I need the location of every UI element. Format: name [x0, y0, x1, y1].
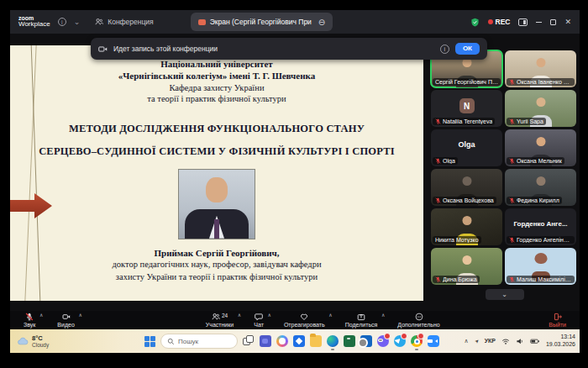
chevron-up-icon[interactable]: ∧	[267, 313, 270, 318]
participant-tile[interactable]: Olga Olga	[431, 129, 502, 166]
task-view-icon[interactable]	[243, 335, 255, 347]
tray-chevron-icon[interactable]: ∧	[465, 339, 469, 344]
more-button[interactable]: Дополнительно	[396, 313, 441, 328]
participant-tile[interactable]: Оксана Войцехова	[431, 169, 502, 206]
photo-tie	[214, 219, 219, 239]
share-screen-icon	[357, 313, 365, 321]
muted-mic-icon	[435, 118, 441, 124]
battery-icon[interactable]	[530, 337, 540, 345]
participant-tile[interactable]: Дина Брюжа	[431, 248, 502, 285]
chevron-down-icon[interactable]: ⌄	[74, 18, 81, 26]
participants-button[interactable]: 24 Участники ∧	[204, 313, 235, 328]
muted-mic-icon	[509, 158, 515, 164]
circle-minus-icon[interactable]: ⊖	[318, 18, 325, 27]
slide-header-line3: Кафедра захисту України	[10, 82, 423, 94]
chevron-up-icon[interactable]: ∧	[39, 313, 43, 318]
more-label: Дополнительно	[397, 322, 439, 328]
volume-icon[interactable]	[516, 337, 524, 345]
edge-icon[interactable]	[327, 335, 339, 347]
slide-author-line3: захисту України та теорії і практик фізи…	[10, 271, 423, 283]
participant-name: Nataliia Terentyeva	[443, 118, 492, 124]
security-shield-icon[interactable]	[470, 18, 480, 27]
info-icon[interactable]: i	[58, 18, 66, 26]
chevron-up-icon[interactable]: ∧	[381, 313, 385, 318]
audio-button[interactable]: Звук ∧	[22, 313, 37, 328]
tab-meeting[interactable]: Конференция	[87, 13, 160, 31]
file-explorer-icon[interactable]	[310, 335, 322, 347]
weather-condition: Cloudy	[32, 342, 49, 348]
participant-tile[interactable]: Оксана Мельник	[505, 129, 576, 166]
react-button[interactable]: Отреагировать ∧	[282, 313, 327, 328]
weather-widget[interactable]: 8°C Cloudy	[17, 334, 49, 349]
zoom-app-icon[interactable]	[428, 335, 439, 347]
gallery-collapse-button[interactable]: ⌄	[486, 289, 524, 300]
wifi-icon[interactable]	[501, 337, 510, 345]
participant-tile[interactable]: Малиш Максиміліан УДУ..	[505, 248, 576, 285]
zoom-window: zoom Workplace i ⌄ Конференция Экран (Се…	[10, 10, 580, 329]
copilot-icon[interactable]	[276, 335, 288, 347]
muted-mic-icon	[25, 313, 34, 321]
screen-share-icon	[198, 19, 206, 25]
minimize-button[interactable]	[536, 22, 542, 23]
muted-mic-icon	[435, 158, 441, 164]
recording-indicator: REC	[488, 18, 511, 26]
participant-tile[interactable]: N Nataliia Terentyeva	[431, 90, 502, 127]
recording-banner-text: Идет запись этой конференции	[113, 45, 218, 53]
teams-icon[interactable]	[260, 335, 271, 347]
muted-mic-icon	[509, 276, 515, 282]
start-button[interactable]	[144, 336, 155, 347]
audio-label: Звук	[24, 322, 35, 328]
outlook-icon[interactable]	[360, 335, 372, 347]
photos-app-icon[interactable]	[293, 335, 305, 347]
participant-tile[interactable]: Yurii Sapa	[505, 90, 576, 127]
maximize-button[interactable]	[550, 19, 556, 25]
telegram-icon[interactable]	[394, 335, 406, 347]
react-label: Отреагировать	[284, 322, 325, 328]
muted-mic-icon	[435, 197, 441, 203]
chrome-icon[interactable]	[411, 335, 423, 347]
clock[interactable]: 13:14 19.03.2026	[546, 334, 575, 349]
banner-info-icon[interactable]: i	[440, 45, 449, 54]
language-indicator[interactable]: УКР	[485, 339, 496, 344]
heart-icon	[300, 313, 308, 321]
participant-tile[interactable]: Никита Мотузко	[431, 208, 502, 245]
participant-tiles: Сергій Георгійович Приймак Оксана Іванен…	[431, 50, 578, 285]
participant-tile[interactable]: Федина Кирилл	[505, 169, 576, 206]
viber-icon[interactable]	[377, 335, 389, 347]
participants-icon	[212, 313, 220, 321]
recording-camera-icon	[98, 45, 108, 54]
screen: zoom Workplace i ⌄ Конференция Экран (Се…	[10, 10, 580, 355]
zoom-titlebar: zoom Workplace i ⌄ Конференция Экран (Се…	[10, 10, 580, 34]
meeting-content: Идет запись этой конференции i ОК Націон…	[10, 34, 580, 311]
participant-name: Федина Кирилл	[517, 197, 559, 203]
participants-label: Участники	[206, 322, 234, 328]
leave-label: Выйти	[549, 322, 566, 328]
brand-workplace: Workplace	[18, 21, 50, 28]
shared-screen-stage: Національний університет «Чернігівський …	[10, 34, 425, 311]
chevron-up-icon[interactable]: ∧	[78, 313, 81, 318]
titlebar-controls: REC ✕	[470, 18, 572, 27]
chat-button[interactable]: Чат ∧	[252, 313, 265, 328]
cloud-icon	[17, 336, 29, 345]
photo-head	[206, 177, 228, 202]
layout-view-icon[interactable]	[518, 18, 528, 26]
chevron-up-icon[interactable]: ∧	[238, 313, 241, 318]
close-button[interactable]: ✕	[564, 18, 571, 26]
excel-icon[interactable]	[344, 335, 355, 347]
slide-header-line1: Національний університет	[10, 58, 423, 70]
chat-icon	[255, 313, 263, 321]
share-button[interactable]: Поделиться ∧	[344, 313, 380, 328]
participant-tile[interactable]: Горденко Анге... Горденко Ангеліна 2-ФК.…	[505, 208, 576, 245]
banner-ok-button[interactable]: ОК	[455, 43, 480, 55]
chevron-up-icon[interactable]: ∧	[328, 313, 332, 318]
participant-tile[interactable]: Оксана Іваненко УДУНТ Н..	[505, 50, 576, 87]
muted-mic-icon	[435, 276, 441, 282]
chat-label: Чат	[254, 322, 264, 328]
leave-button[interactable]: Выйти	[547, 313, 568, 328]
slide-header-line4: та теорії і практик фізичної культури	[10, 93, 423, 105]
tab-shared-screen[interactable]: Экран (Сергій Георгійович При ⊖	[191, 13, 333, 31]
video-button[interactable]: Видео ∧	[55, 313, 76, 328]
participant-name: Yurii Sapa	[517, 118, 543, 124]
search-box[interactable]: Пошук	[160, 334, 238, 349]
letter-avatar: N	[459, 98, 475, 113]
